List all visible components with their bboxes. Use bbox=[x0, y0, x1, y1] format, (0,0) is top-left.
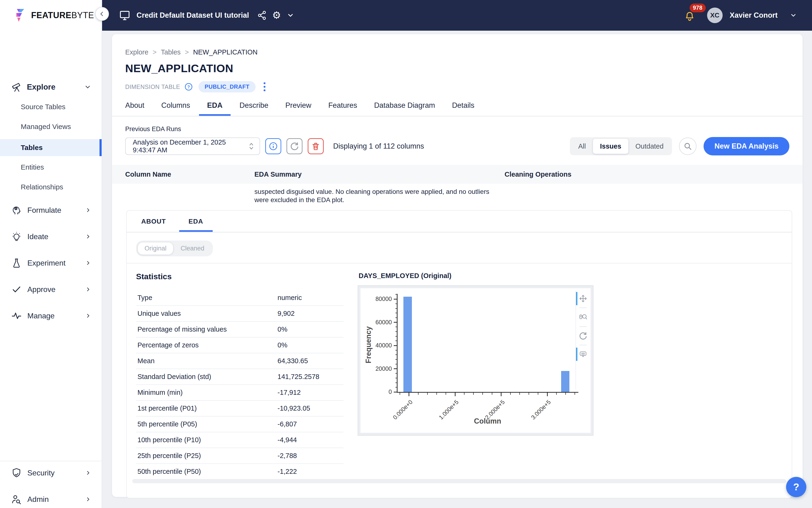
tab[interactable]: EDA bbox=[199, 101, 230, 116]
statistic-value: -6,807 bbox=[277, 420, 344, 428]
sidebar-item-manage[interactable]: Manage bbox=[0, 308, 102, 324]
sidebar-item-label: Explore bbox=[27, 83, 55, 91]
chart-plot[interactable]: 0200004000060000800000.000e+01.000e+52.0… bbox=[360, 288, 591, 433]
view-option[interactable]: Cleaned bbox=[174, 242, 212, 255]
chevron-right-icon bbox=[85, 496, 91, 502]
user-menu-chevron-down-icon[interactable] bbox=[790, 12, 797, 19]
sidebar-item-label: Ideate bbox=[27, 232, 48, 241]
run-info-button[interactable] bbox=[265, 138, 281, 154]
breadcrumb-item[interactable]: Tables bbox=[161, 48, 181, 56]
statistic-value: -17,912 bbox=[277, 389, 344, 396]
notifications-button[interactable]: 978 bbox=[683, 9, 696, 22]
column-header-cleaning[interactable]: Cleaning Operations bbox=[504, 171, 790, 178]
tab[interactable]: About bbox=[125, 101, 144, 116]
statistic-value: numeric bbox=[277, 294, 344, 302]
chevron-right-icon bbox=[85, 207, 91, 213]
statistic-value: -2,788 bbox=[277, 452, 344, 460]
chevron-right-icon bbox=[85, 313, 91, 319]
new-eda-analysis-button[interactable]: New EDA Analysis bbox=[704, 137, 790, 156]
settings-gear-icon[interactable]: ⚙ bbox=[272, 10, 281, 20]
wheel-zoom-tool-icon[interactable] bbox=[577, 310, 590, 325]
view-toggle-row: OriginalCleaned bbox=[127, 232, 792, 256]
statistics-title: Statistics bbox=[136, 272, 344, 281]
filter-option[interactable]: All bbox=[571, 139, 593, 154]
column-header-name[interactable]: Column Name bbox=[125, 171, 255, 178]
sidebar-sub-item[interactable]: Relationships bbox=[0, 180, 102, 194]
sidebar-item-explore[interactable]: Explore bbox=[0, 80, 102, 94]
run-delete-button[interactable] bbox=[308, 138, 324, 154]
workspace-chevron-down-icon[interactable] bbox=[287, 11, 294, 19]
statistic-label: 25th percentile (P25) bbox=[136, 452, 277, 460]
columns-table-row[interactable]: suspected disguised value. No cleaning o… bbox=[112, 184, 803, 204]
tab[interactable]: Details bbox=[452, 101, 475, 116]
statistic-label: Type bbox=[136, 294, 277, 302]
sidebar-sub-item[interactable]: Entities bbox=[0, 160, 102, 174]
columns-table-header: Column Name EDA Summary Cleaning Operati… bbox=[112, 165, 803, 184]
horizontal-scrollbar[interactable] bbox=[132, 479, 786, 483]
statistic-value: -4,944 bbox=[277, 436, 344, 444]
help-button[interactable]: ? bbox=[786, 477, 806, 497]
tab[interactable]: Features bbox=[328, 101, 357, 116]
sidebar-item-formulate[interactable]: Formulate bbox=[0, 202, 102, 218]
flask-icon bbox=[11, 258, 22, 268]
sidebar-item-ideate[interactable]: Ideate bbox=[0, 229, 102, 244]
main-card: Explore > Tables > NEW_APPLICATION NEW_A… bbox=[112, 34, 803, 497]
view-toggle: OriginalCleaned bbox=[136, 241, 213, 256]
eda-run-select[interactable]: Analysis on December 1, 2025 9:43:47 AM bbox=[125, 137, 260, 155]
reset-tool-icon[interactable] bbox=[577, 329, 590, 343]
sidebar-sub-item[interactable]: Tables bbox=[0, 139, 102, 156]
statistic-value: -1,222 bbox=[277, 468, 344, 475]
statistic-row: Percentage of zeros 0% bbox=[136, 337, 344, 353]
search-icon bbox=[683, 142, 692, 151]
detail-tab[interactable]: EDA bbox=[179, 218, 213, 232]
filter-option[interactable]: Outdated bbox=[628, 139, 671, 154]
sidebar-item-label: Approve bbox=[27, 285, 55, 294]
avatar[interactable]: XC bbox=[707, 7, 723, 23]
filter-option[interactable]: Issues bbox=[593, 139, 628, 154]
status-badge: PUBLIC_DRAFT bbox=[198, 81, 256, 92]
featurebyte-logo-icon bbox=[13, 8, 28, 23]
chevron-left-icon bbox=[99, 11, 105, 17]
statistic-value: -10,923.05 bbox=[277, 405, 344, 412]
topbar: Credit Default Dataset UI tutorial ⚙ 978… bbox=[102, 0, 812, 31]
statistic-label: Mean bbox=[136, 357, 277, 365]
statistic-label: Minimum (min) bbox=[136, 389, 277, 396]
run-refresh-button[interactable] bbox=[286, 138, 303, 154]
featurebyte-logo[interactable]: FEATUREBYTE bbox=[0, 0, 102, 31]
breadcrumb-item[interactable]: Explore bbox=[125, 48, 148, 56]
kebab-menu-icon[interactable] bbox=[261, 81, 268, 93]
sidebar-item-approve[interactable]: Approve bbox=[0, 282, 102, 297]
lightbulb-icon bbox=[11, 231, 22, 242]
share-icon[interactable] bbox=[257, 10, 267, 20]
pan-tool-icon[interactable] bbox=[577, 292, 590, 306]
chevron-down-icon[interactable] bbox=[84, 83, 91, 91]
sidebar-item-label: Admin bbox=[27, 495, 49, 504]
tab[interactable]: Database Diagram bbox=[374, 101, 435, 116]
statistic-row: Unique values 9,902 bbox=[136, 306, 344, 322]
statistics-table: Type numeric Unique values 9,902 Percent… bbox=[136, 290, 344, 483]
statistic-label: Unique values bbox=[136, 310, 277, 318]
view-option[interactable]: Original bbox=[137, 242, 174, 255]
search-button[interactable] bbox=[679, 137, 696, 155]
sidebar-collapse-button[interactable] bbox=[95, 7, 109, 21]
sidebar-item-label: Manage bbox=[27, 311, 55, 320]
column-header-summary[interactable]: EDA Summary bbox=[255, 171, 504, 178]
detail-tab[interactable]: ABOUT bbox=[141, 218, 166, 232]
x-axis-label: Column bbox=[398, 417, 578, 425]
breadcrumb-item-current: NEW_APPLICATION bbox=[193, 48, 258, 56]
statistic-value: 9,902 bbox=[277, 310, 344, 318]
sidebar-item-admin[interactable]: Admin bbox=[0, 492, 102, 507]
activity-icon bbox=[11, 310, 22, 321]
user-search-icon bbox=[11, 494, 22, 504]
sidebar-sub-item[interactable]: Source Tables bbox=[0, 99, 102, 114]
sidebar-item-security[interactable]: Security bbox=[0, 465, 102, 481]
svg-text:?: ? bbox=[187, 85, 190, 89]
workspace-title[interactable]: Credit Default Dataset UI tutorial bbox=[137, 11, 249, 19]
tab[interactable]: Columns bbox=[161, 101, 190, 116]
tab[interactable]: Preview bbox=[285, 101, 311, 116]
tab[interactable]: Describe bbox=[239, 101, 268, 116]
sidebar-item-experiment[interactable]: Experiment bbox=[0, 255, 102, 271]
sidebar-sub-item[interactable]: Managed Views bbox=[0, 119, 102, 134]
hover-tool-icon[interactable] bbox=[577, 347, 590, 361]
help-circle-icon[interactable]: ? bbox=[184, 83, 193, 91]
